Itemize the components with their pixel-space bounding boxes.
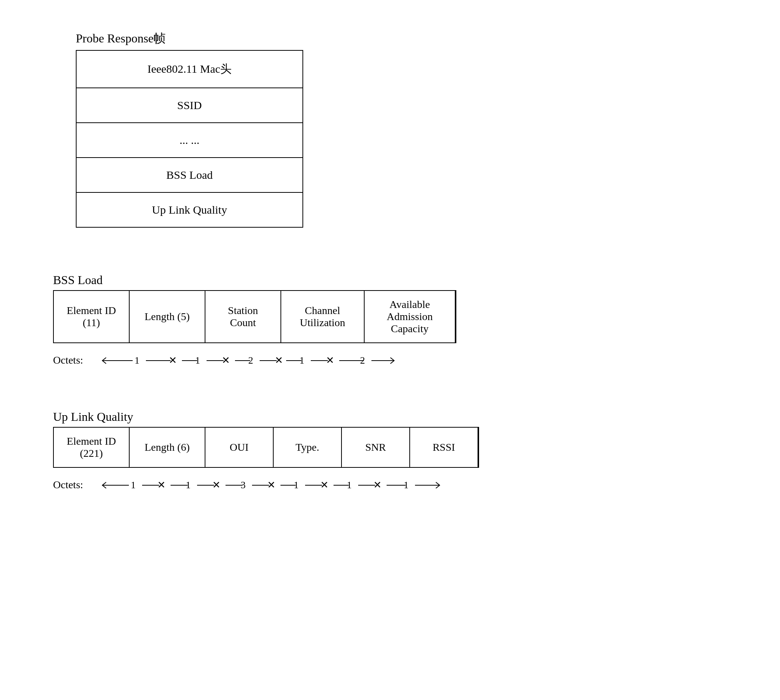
bss-available-admission: AvailableAdmissionCapacity	[365, 291, 456, 342]
ul-length: Length (6)	[130, 428, 205, 467]
probe-response-section: Probe Response帧 Ieee802.11 Mac头 SSID ...…	[76, 30, 750, 228]
bss-element-id: Element ID(11)	[54, 291, 130, 342]
bss-channel-util: ChannelUtilization	[281, 291, 365, 342]
svg-text:1: 1	[131, 480, 136, 490]
bss-length: Length (5)	[130, 291, 205, 342]
svg-text:Octets:: Octets:	[53, 479, 83, 490]
svg-text:✕: ✕	[267, 480, 276, 490]
svg-text:✕: ✕	[373, 480, 382, 490]
bss-load-section: BSS Load Element ID(11) Length (5) Stati…	[53, 273, 750, 372]
frame-row-bss-load: BSS Load	[77, 158, 302, 193]
up-link-title: Up Link Quality	[53, 410, 750, 424]
svg-text:✕: ✕	[326, 355, 334, 366]
main-container: Probe Response帧 Ieee802.11 Mac头 SSID ...…	[30, 23, 750, 497]
ul-element-id: Element ID(221)	[54, 428, 130, 467]
ul-type: Type.	[274, 428, 342, 467]
frame-row-ssid: SSID	[77, 88, 302, 123]
svg-text:1: 1	[195, 355, 200, 366]
svg-text:✕: ✕	[157, 480, 165, 490]
up-link-section: Up Link Quality Element ID(221) Length (…	[53, 410, 750, 497]
probe-response-title: Probe Response帧	[76, 30, 750, 47]
svg-text:✕: ✕	[212, 480, 220, 490]
ul-snr: SNR	[342, 428, 410, 467]
frame-row-mac: Ieee802.11 Mac头	[77, 51, 302, 88]
svg-text:2: 2	[248, 355, 253, 366]
svg-text:1: 1	[347, 480, 352, 490]
svg-text:✕: ✕	[320, 480, 329, 490]
frame-row-ellipsis: ... ...	[77, 123, 302, 158]
frame-row-up-link: Up Link Quality	[77, 193, 302, 227]
ul-octets-svg: Octets: 1 ✕ 1 ✕ 3 ✕ 1	[53, 474, 546, 497]
svg-text:2: 2	[360, 355, 365, 366]
bss-station-count: StationCount	[205, 291, 281, 342]
bss-load-title: BSS Load	[53, 273, 750, 287]
svg-text:1: 1	[299, 355, 304, 366]
svg-text:✕: ✕	[222, 355, 230, 366]
svg-text:1: 1	[135, 355, 139, 366]
bss-octets-svg: Octets: 1 ✕ 1 ✕ 2 ✕ 1	[53, 349, 508, 372]
svg-text:✕: ✕	[275, 355, 283, 366]
ul-rssi: RSSI	[410, 428, 478, 467]
bss-load-table: Element ID(11) Length (5) StationCount C…	[53, 290, 456, 343]
svg-text:1: 1	[294, 480, 299, 490]
svg-text:✕: ✕	[169, 355, 177, 366]
svg-text:Octets:: Octets:	[53, 354, 83, 366]
svg-text:1: 1	[404, 480, 409, 490]
svg-text:3: 3	[241, 480, 246, 490]
ul-oui: OUI	[205, 428, 274, 467]
svg-text:1: 1	[186, 480, 190, 490]
up-link-table: Element ID(221) Length (6) OUI Type. SNR…	[53, 427, 479, 468]
probe-response-frame: Ieee802.11 Mac头 SSID ... ... BSS Load Up…	[76, 50, 303, 228]
